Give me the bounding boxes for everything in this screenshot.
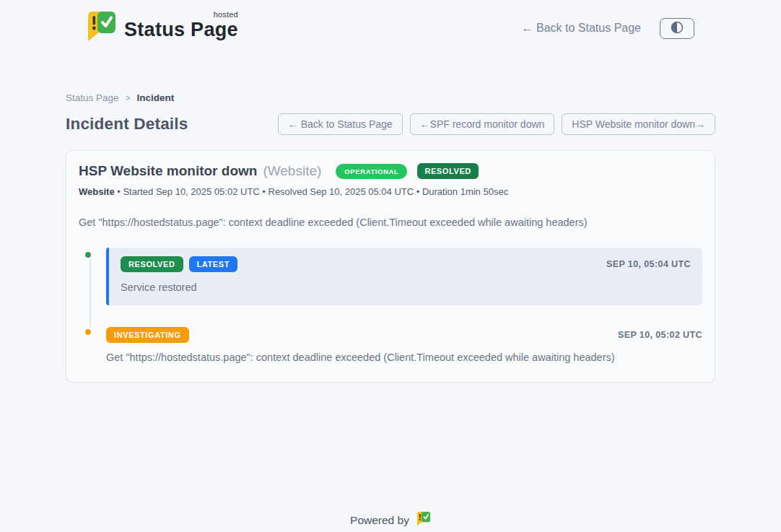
latest-badge: LATEST bbox=[189, 256, 238, 272]
timeline-dot-resolved-icon bbox=[83, 250, 93, 260]
timeline-timestamp: SEP 10, 05:04 UTC bbox=[606, 259, 691, 269]
incident-timeline: RESOLVED LATEST SEP 10, 05:04 UTC Servic… bbox=[83, 248, 702, 363]
timeline-badges: RESOLVED LATEST bbox=[121, 256, 237, 272]
investigating-badge: INVESTIGATING bbox=[106, 327, 189, 343]
prev-incident-button[interactable]: ←SPF record monitor down bbox=[410, 113, 555, 135]
resolved-badge: RESOLVED bbox=[121, 256, 183, 272]
incident-meta-component: Website bbox=[79, 186, 115, 197]
page-root: hosted Status Page ← Back to Status Page… bbox=[0, 0, 781, 532]
page-title: Incident Details bbox=[66, 115, 188, 134]
breadcrumb-status-page[interactable]: Status Page bbox=[66, 92, 119, 103]
next-incident-button[interactable]: HSP Website monitor down→ bbox=[562, 113, 715, 135]
powered-by-label: Powered by bbox=[350, 514, 409, 527]
logo-text: hosted Status Page bbox=[124, 10, 238, 41]
logo-hosted-superscript: hosted bbox=[214, 10, 238, 19]
incident-meta-detail: • Started Sep 10, 2025 05:02 UTC • Resol… bbox=[115, 186, 509, 197]
timeline-highlight-box: RESOLVED LATEST SEP 10, 05:04 UTC Servic… bbox=[106, 248, 702, 305]
logo-brand: Status Page bbox=[124, 19, 238, 40]
incident-title-row: HSP Website monitor down (Website) OPERA… bbox=[79, 163, 702, 179]
timeline-dot-investigating-icon bbox=[83, 327, 93, 337]
breadcrumb-separator: > bbox=[126, 93, 131, 103]
back-to-status-page-link[interactable]: ← Back to Status Page bbox=[522, 22, 641, 35]
incident-meta: Website • Started Sep 10, 2025 05:02 UTC… bbox=[79, 186, 702, 197]
header: hosted Status Page ← Back to Status Page bbox=[0, 0, 781, 46]
timeline-entry-resolved: RESOLVED LATEST SEP 10, 05:04 UTC Servic… bbox=[106, 248, 702, 305]
status-page-logo-small-icon bbox=[416, 511, 431, 530]
timeline-badges: INVESTIGATING bbox=[106, 327, 189, 343]
logo[interactable]: hosted Status Page bbox=[85, 10, 238, 46]
footer: Powered by © 2025-10-08 14:10:34.772084 … bbox=[0, 511, 781, 532]
theme-toggle-button[interactable] bbox=[660, 18, 694, 39]
title-row: Incident Details ← Back to Status Page ←… bbox=[66, 113, 715, 135]
header-right: ← Back to Status Page bbox=[522, 18, 694, 39]
back-to-status-page-button[interactable]: ← Back to Status Page bbox=[278, 113, 403, 135]
timeline-entry-investigating: INVESTIGATING SEP 10, 05:02 UTC Get "htt… bbox=[106, 327, 702, 363]
incident-component: (Website) bbox=[263, 163, 321, 179]
incident-title: HSP Website monitor down bbox=[79, 163, 257, 179]
status-page-logo-icon bbox=[85, 10, 117, 46]
resolved-status-badge: RESOLVED bbox=[417, 163, 479, 179]
powered-by-link[interactable]: Powered by bbox=[350, 511, 431, 530]
operational-status-badge: OPERATIONAL bbox=[336, 164, 407, 179]
timeline-entry-header: RESOLVED LATEST SEP 10, 05:04 UTC bbox=[121, 256, 691, 272]
timeline-message: Service restored bbox=[121, 282, 691, 293]
contrast-icon bbox=[671, 21, 684, 36]
incident-card: HSP Website monitor down (Website) OPERA… bbox=[66, 150, 715, 383]
timeline-timestamp: SEP 10, 05:02 UTC bbox=[618, 330, 702, 340]
breadcrumb-incident: Incident bbox=[137, 92, 175, 103]
incident-nav-buttons: ← Back to Status Page ←SPF record monito… bbox=[278, 113, 715, 135]
timeline-entry-header: INVESTIGATING SEP 10, 05:02 UTC bbox=[106, 327, 702, 343]
timeline-message: Get "https://hostedstatus.page": context… bbox=[106, 352, 702, 363]
main-content: Status Page > Incident Incident Details … bbox=[66, 92, 715, 383]
incident-description: Get "https://hostedstatus.page": context… bbox=[79, 217, 702, 228]
breadcrumb: Status Page > Incident bbox=[66, 92, 715, 103]
